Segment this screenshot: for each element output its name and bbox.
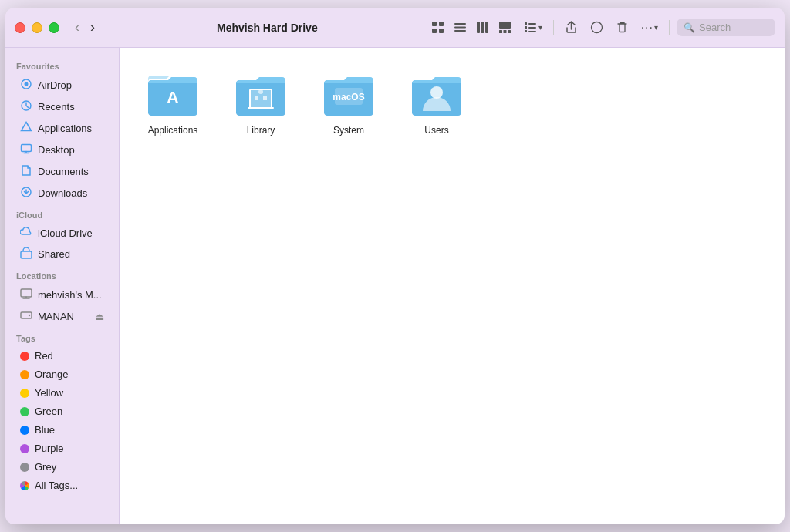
- separator: [553, 20, 554, 35]
- folder-applications[interactable]: A Applications: [138, 66, 208, 143]
- manan-row: MANAN ⏏: [9, 306, 115, 327]
- sidebar-item-downloads[interactable]: Downloads: [9, 183, 115, 204]
- sidebar-item-tag-orange[interactable]: Orange: [9, 365, 115, 383]
- search-icon: 🔍: [684, 22, 695, 33]
- svg-text:A: A: [167, 88, 179, 107]
- yellow-dot: [20, 389, 29, 398]
- folder-library[interactable]: Library: [226, 66, 295, 143]
- gallery-view-button[interactable]: [495, 18, 515, 37]
- tag-red-label: Red: [35, 350, 53, 362]
- back-button[interactable]: ‹: [72, 18, 83, 37]
- manan-label: MANAN: [38, 311, 74, 322]
- folder-system[interactable]: macOS System: [314, 66, 383, 143]
- svg-rect-0: [432, 22, 437, 26]
- svg-rect-18: [528, 27, 536, 29]
- content-area: Favourites AirDrop: [5, 48, 785, 524]
- sidebar-item-manan[interactable]: MANAN: [20, 309, 74, 324]
- column-view-button[interactable]: [472, 18, 493, 37]
- sidebar-item-tag-all[interactable]: All Tags...: [9, 476, 115, 494]
- close-button[interactable]: [15, 22, 25, 33]
- sidebar-item-documents[interactable]: Documents: [9, 161, 115, 182]
- share-button[interactable]: [561, 18, 582, 37]
- sidebar-item-mehvishs[interactable]: mehvish's M...: [9, 285, 115, 305]
- system-folder-label: System: [333, 125, 364, 137]
- documents-icon: [20, 164, 32, 179]
- svg-rect-8: [481, 22, 484, 33]
- users-folder-icon: [409, 72, 464, 119]
- shared-label: Shared: [38, 248, 70, 260]
- delete-button[interactable]: [612, 18, 633, 37]
- svg-rect-10: [499, 22, 511, 29]
- sidebar-item-recents[interactable]: Recents: [9, 96, 115, 117]
- airdrop-label: AirDrop: [38, 79, 72, 91]
- favourites-label: Favourites: [5, 56, 119, 74]
- svg-rect-6: [454, 30, 466, 32]
- svg-rect-5: [454, 27, 466, 29]
- svg-rect-1: [439, 22, 444, 26]
- main-content: A Applications: [120, 48, 785, 524]
- tag-button[interactable]: [586, 18, 607, 37]
- search-input[interactable]: [699, 22, 768, 33]
- folder-users[interactable]: Users: [402, 66, 471, 143]
- icon-view-button[interactable]: [427, 18, 448, 37]
- locations-label: Locations: [5, 265, 119, 284]
- tag-blue-label: Blue: [35, 424, 55, 436]
- svg-rect-14: [525, 22, 527, 25]
- svg-rect-17: [528, 23, 536, 25]
- downloads-label: Downloads: [38, 187, 87, 199]
- svg-rect-13: [508, 30, 511, 33]
- icloud-drive-icon: [20, 227, 32, 240]
- applications-label: Applications: [38, 123, 92, 134]
- applications-icon: [20, 121, 32, 136]
- orange-dot: [20, 370, 29, 379]
- svg-rect-19: [528, 31, 536, 32]
- tag-yellow-label: Yellow: [35, 387, 63, 399]
- group-by-button[interactable]: ▾: [520, 18, 546, 37]
- shared-icon: [20, 247, 32, 261]
- sidebar-item-icloud-drive[interactable]: iCloud Drive: [9, 224, 115, 243]
- traffic-lights: [15, 22, 59, 33]
- maximize-button[interactable]: [49, 22, 59, 33]
- sidebar-item-tag-yellow[interactable]: Yellow: [9, 384, 115, 402]
- sidebar-item-applications[interactable]: Applications: [9, 118, 115, 139]
- desktop-label: Desktop: [38, 144, 75, 156]
- sidebar-item-tag-blue[interactable]: Blue: [9, 421, 115, 439]
- tag-orange-label: Orange: [35, 369, 68, 380]
- eject-button[interactable]: ⏏: [95, 311, 104, 322]
- svg-rect-2: [432, 29, 437, 33]
- svg-point-28: [29, 315, 30, 316]
- drive-icon: [20, 309, 32, 324]
- downloads-icon: [20, 186, 32, 200]
- red-dot: [20, 352, 29, 361]
- minimize-button[interactable]: [32, 22, 42, 33]
- recents-icon: [20, 99, 32, 114]
- separator2: [669, 20, 670, 35]
- sidebar-item-tag-green[interactable]: Green: [9, 402, 115, 420]
- svg-rect-33: [258, 89, 263, 94]
- svg-rect-16: [525, 30, 527, 32]
- svg-rect-4: [454, 23, 466, 25]
- grey-dot: [20, 463, 29, 472]
- recents-label: Recents: [38, 101, 75, 113]
- sidebar-item-tag-grey[interactable]: Grey: [9, 458, 115, 476]
- svg-rect-26: [21, 289, 32, 297]
- view-group: [427, 18, 515, 37]
- more-button[interactable]: ··· ▾: [637, 18, 662, 38]
- sidebar-item-shared[interactable]: Shared: [9, 244, 115, 264]
- svg-rect-23: [22, 145, 32, 152]
- svg-rect-11: [499, 30, 502, 33]
- desktop-icon: [20, 143, 32, 157]
- sidebar-item-tag-purple[interactable]: Purple: [9, 439, 115, 457]
- forward-button[interactable]: ›: [87, 18, 98, 37]
- svg-text:macOS: macOS: [333, 92, 364, 103]
- sidebar-item-desktop[interactable]: Desktop: [9, 140, 115, 160]
- sidebar-item-tag-red[interactable]: Red: [9, 347, 115, 365]
- svg-point-36: [430, 86, 443, 99]
- system-folder-icon: macOS: [321, 72, 376, 119]
- green-dot: [20, 407, 29, 416]
- sidebar-item-airdrop[interactable]: AirDrop: [9, 75, 115, 96]
- tag-all-label: All Tags...: [35, 480, 78, 491]
- nav-buttons: ‹ ›: [72, 18, 98, 37]
- list-view-button[interactable]: [450, 18, 471, 37]
- search-box[interactable]: 🔍: [677, 19, 775, 36]
